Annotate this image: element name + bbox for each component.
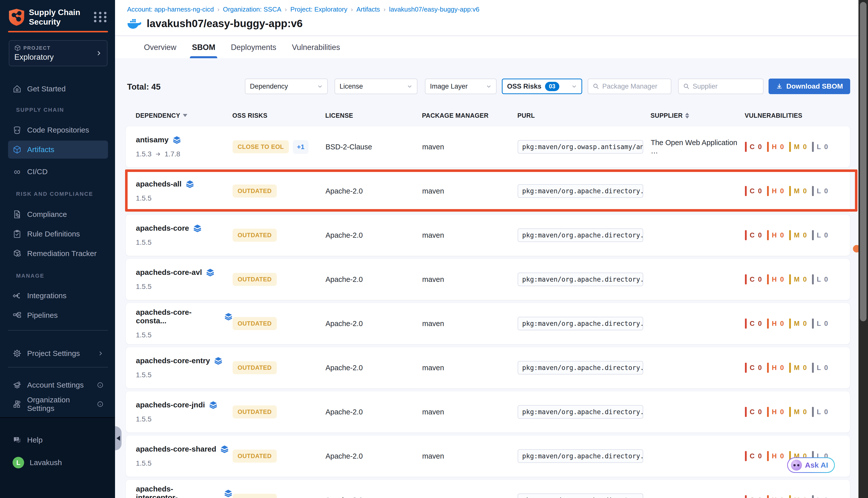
table-row[interactable]: apacheds-core-jndi 1.5.5 OUTDATED Apache…	[126, 391, 850, 433]
vulnerabilities-cell: C 0H 0M 0L 0	[745, 186, 840, 196]
sidebar-item-account-settings[interactable]: Account Settings	[8, 376, 108, 394]
purl-value[interactable]: pkg:maven/org.apache.directory.s…	[518, 449, 643, 463]
user-avatar[interactable]: L	[13, 457, 24, 468]
purl-value[interactable]: pkg:maven/org.apache.directory.s…	[518, 405, 643, 419]
vuln-count-h: H 0	[767, 407, 785, 417]
table-row[interactable]: apacheds-all 1.5.5 OUTDATED Apache-2.0 m…	[126, 170, 850, 212]
info-icon[interactable]	[97, 401, 103, 407]
vuln-count-l: L 0	[812, 142, 829, 152]
ai-mascot-icon	[791, 460, 802, 471]
account-layers-icon	[13, 381, 22, 389]
breadcrumb-link[interactable]: Project: Exploratory	[290, 5, 347, 13]
docker-icon	[127, 18, 142, 29]
tab-deployments[interactable]: Deployments	[231, 36, 276, 58]
vuln-count-h: H 0	[767, 230, 785, 240]
purl-value[interactable]: pkg:maven/org.apache.directory.s…	[518, 228, 643, 242]
sidebar-item-get-started[interactable]: Get Started	[8, 80, 108, 98]
breadcrumb-link[interactable]: lavakush07/easy-buggy-app:v6	[389, 5, 479, 13]
scrollbar-thumb[interactable]	[860, 2, 867, 321]
sidebar-collapse-handle[interactable]	[115, 426, 121, 450]
header-dependency[interactable]: DEPENDENCY	[135, 112, 232, 119]
cube-icon	[14, 45, 21, 51]
total-count: Total: 45	[127, 82, 160, 92]
table-row[interactable]: apacheds-core-entry 1.5.5 OUTDATED Apach…	[126, 347, 850, 389]
dependency-version: 1.5.5	[136, 238, 152, 247]
home-icon	[13, 84, 22, 93]
project-selector[interactable]: PROJECT Exploratory	[9, 40, 107, 66]
vuln-count-m: M 0	[789, 186, 807, 196]
package-manager-cell: maven	[422, 187, 518, 195]
package-manager-cell: maven	[422, 364, 518, 372]
table-row[interactable]: apacheds-core-avl 1.5.5 OUTDATED Apache-…	[126, 259, 850, 300]
oss-risk-badge: OUTDATED	[233, 405, 277, 418]
layers-icon	[220, 445, 229, 453]
vulnerabilities-cell: C 0H 0M 0L 0	[745, 142, 840, 152]
table-row[interactable]: antisamy 1.5.31.7.8 CLOSE TO EOL+1 BSD-2…	[126, 126, 850, 168]
oss-risk-extra-chip[interactable]: +1	[293, 140, 308, 154]
sidebar-item-artifacts[interactable]: Artifacts	[8, 141, 108, 159]
chevron-down-icon	[571, 83, 577, 89]
header-vulnerabilities: VULNERABILITIES	[745, 112, 840, 119]
sidebar-item-remediation-tracker[interactable]: Remediation Tracker	[8, 245, 108, 263]
sidebar-item-help[interactable]: ? Help	[8, 431, 108, 449]
ask-ai-button[interactable]: Ask AI	[787, 457, 835, 473]
dependency-filter-dropdown[interactable]: Dependency	[245, 79, 328, 94]
sidebar-item-pipelines[interactable]: Pipelines	[8, 306, 108, 324]
supplier-search-input[interactable]: Supplier	[678, 79, 764, 94]
gear-icon	[13, 349, 22, 358]
license-cell: Apache-2.0	[325, 275, 422, 284]
download-sbom-button[interactable]: Download SBOM	[768, 79, 850, 94]
vulnerabilities-cell: C 0H 0M 0L 0	[745, 274, 840, 284]
repository-icon	[13, 126, 22, 134]
integrations-icon	[13, 291, 22, 300]
sidebar-item-integrations[interactable]: Integrations	[8, 287, 108, 305]
table-row[interactable]: apacheds-interceptor-... 1.5.5 OUTDATED …	[126, 480, 850, 498]
sidebar-item-cicd[interactable]: ∞ CI/CD	[8, 163, 108, 181]
sidebar-item-project-settings[interactable]: Project Settings	[8, 344, 108, 363]
purl-value[interactable]: pkg:maven/org.apache.directory.s…	[518, 494, 643, 498]
vuln-count-c: C 0	[745, 407, 763, 417]
sidebar-user[interactable]: L Lavakush	[8, 454, 108, 472]
oss-risk-cell: OUTDATED	[233, 317, 325, 330]
info-icon[interactable]	[97, 382, 103, 388]
vuln-count-l: L 0	[812, 274, 829, 284]
purl-value[interactable]: pkg:maven/org.apache.directory.s…	[518, 273, 643, 286]
license-cell: Apache-2.0	[325, 187, 422, 195]
license-filter-dropdown[interactable]: License	[335, 79, 417, 94]
license-cell: BSD-2-Clause	[325, 143, 422, 151]
breadcrumb-link[interactable]: Organization: SSCA	[223, 5, 281, 13]
vulnerabilities-cell: C 0H 0M 0L 0	[745, 318, 840, 329]
package-manager-search-input[interactable]: Package Manager	[588, 79, 671, 94]
breadcrumb-link[interactable]: Artifacts	[357, 5, 380, 13]
user-name: Lavakush	[30, 458, 62, 467]
project-name: Exploratory	[14, 53, 54, 62]
tab-vulnerabilities[interactable]: Vulnerabilities	[292, 36, 340, 58]
vuln-count-l: L 0	[812, 363, 829, 373]
dependency-version: 1.5.31.7.8	[136, 150, 180, 158]
module-grid-icon[interactable]	[94, 10, 107, 24]
breadcrumb-link[interactable]: Account: app-harness-ng-cicd	[127, 5, 214, 13]
sidebar-bottom-dock: ? Help L Lavakush	[0, 417, 115, 498]
purl-value[interactable]: pkg:maven/org.apache.directory.s…	[518, 361, 643, 375]
purl-value[interactable]: pkg:maven/org.apache.directory.s…	[518, 184, 643, 198]
image-layer-filter-dropdown[interactable]: Image Layer	[425, 79, 496, 94]
sidebar-item-code-repositories[interactable]: Code Repositories	[8, 121, 108, 139]
license-cell: Apache-2.0	[325, 319, 422, 328]
sidebar-item-organization-settings[interactable]: Organization Settings	[8, 395, 108, 413]
sidebar-item-compliance[interactable]: Compliance	[8, 205, 108, 223]
oss-risks-filter-dropdown[interactable]: OSS Risks 03	[502, 79, 582, 94]
table-row[interactable]: apacheds-core-consta... 1.5.5 OUTDATED A…	[126, 303, 850, 344]
table-row[interactable]: apacheds-core-shared 1.5.5 OUTDATED Apac…	[126, 435, 850, 477]
purl-value[interactable]: pkg:maven/org.owasp.antisamy/ant…	[518, 140, 643, 154]
layers-icon	[214, 356, 222, 365]
purl-value[interactable]: pkg:maven/org.apache.directory.s…	[518, 317, 643, 330]
supplier-cell: The Open Web Application …	[651, 139, 745, 155]
page-scrollbar[interactable]	[858, 0, 868, 498]
header-license: LICENSE	[325, 112, 422, 119]
sidebar-item-rule-definitions[interactable]: Rule Definitions	[8, 225, 108, 243]
oss-risk-cell: OUTDATED	[233, 229, 325, 242]
table-row[interactable]: apacheds-core 1.5.5 OUTDATED Apache-2.0 …	[126, 214, 850, 256]
tab-overview[interactable]: Overview	[144, 36, 176, 58]
tab-sbom[interactable]: SBOM	[192, 36, 215, 58]
header-supplier[interactable]: SUPPLIER	[650, 112, 745, 119]
